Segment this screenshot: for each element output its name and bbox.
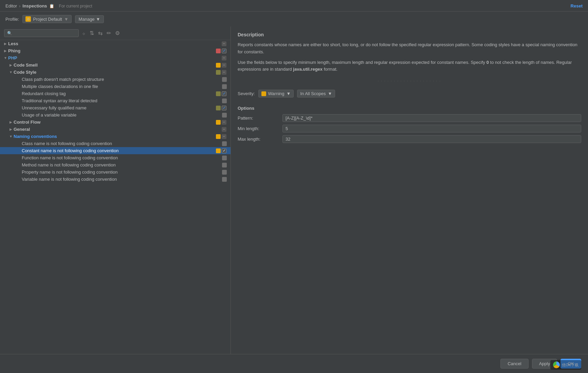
watermark: 优OK下载: [550, 360, 581, 370]
tree-item-control-flow[interactable]: ▶ Control Flow −: [0, 119, 231, 126]
max-length-input[interactable]: [282, 135, 581, 143]
minus-code-style[interactable]: −: [222, 70, 226, 75]
header-right: Reset: [571, 3, 583, 8]
expand-arrow-general: ▶: [8, 127, 14, 131]
tree-item-naming-conventions[interactable]: ▼ Naming conventions −: [0, 133, 231, 140]
tree-label-class-name-convention: Class name is not following coding conve…: [22, 141, 222, 146]
for-project-label: For current project: [59, 4, 92, 8]
reset-button[interactable]: Reset: [571, 3, 583, 8]
watermark-text: 优OK下载: [562, 362, 578, 368]
min-length-input[interactable]: [282, 125, 581, 132]
severity-variable-name-convention: [222, 177, 227, 182]
severity-value: Warning: [268, 91, 284, 96]
tree-item-variable-name-convention[interactable]: Variable name is not following coding co…: [0, 176, 231, 183]
severity-traditional-syntax: [222, 99, 227, 103]
tree-item-traditional-syntax[interactable]: Traditional syntax array literal detecte…: [0, 97, 231, 104]
desc-text2-end2: format.: [324, 67, 337, 72]
tree-label-class-path: Class path doesn't match project structu…: [22, 77, 222, 82]
severity-dropdown-arrow: ▼: [287, 91, 291, 96]
tree-item-property-name-convention[interactable]: Property name is not following coding co…: [0, 168, 231, 176]
tree-label-phing: Phing: [8, 48, 216, 53]
bottom-bar: Cancel Apply OK 优OK下载: [0, 354, 588, 373]
tree-item-less[interactable]: ▶ Less −: [0, 40, 231, 47]
check-redundant-closing[interactable]: [222, 91, 226, 96]
profile-label: Profile:: [5, 17, 19, 22]
tree-item-class-name-convention[interactable]: Class name is not following coding conve…: [0, 140, 231, 147]
main-content: 🔍 ⬦ ⇅ ⇆ ✏ ⚙ ▶ Less − ▶: [0, 26, 588, 354]
severity-multiple-classes: [222, 84, 227, 89]
max-length-label: Max length:: [238, 137, 278, 142]
min-length-label: Min length:: [238, 126, 278, 131]
severity-constant-name-convention: [216, 148, 221, 153]
severity-code-smell: [216, 63, 221, 68]
options-title: Options: [238, 106, 581, 111]
severity-naming-conventions: [216, 134, 221, 139]
tree-item-php[interactable]: ▼ PHP −: [0, 54, 231, 61]
severity-class-path: [222, 77, 227, 82]
expand-arrow-phing: ▶: [3, 49, 8, 53]
check-constant-name-convention[interactable]: [222, 148, 226, 153]
tree-item-variable-variable[interactable]: Usage of a variable variable: [0, 111, 231, 119]
minus-control-flow[interactable]: −: [222, 120, 226, 125]
cancel-button[interactable]: Cancel: [500, 359, 528, 369]
tree-item-function-name-convention[interactable]: Function name is not following coding co…: [0, 154, 231, 161]
severity-function-name-convention: [222, 156, 227, 160]
pattern-input[interactable]: [282, 114, 581, 122]
tree-item-phing[interactable]: ▶ Phing: [0, 47, 231, 54]
tree-label-general: General: [14, 127, 222, 132]
edit-icon[interactable]: ✏: [106, 29, 112, 37]
inspections-label: Inspections: [22, 3, 47, 8]
scope-dropdown[interactable]: In All Scopes ▼: [297, 90, 335, 97]
tree-item-unnecessary-fqn[interactable]: Unnecessary fully qualified name: [0, 104, 231, 111]
search-input[interactable]: [14, 31, 69, 36]
desc-code-0: 0: [486, 60, 489, 65]
tree-item-general[interactable]: ▶ General −: [0, 126, 231, 133]
tree-label-naming-conventions: Naming conventions: [14, 134, 216, 139]
severity-control-flow: [216, 120, 221, 125]
project-icon: 📋: [49, 4, 54, 8]
profile-name: Project Default: [33, 17, 62, 22]
tree-item-code-smell[interactable]: ▶ Code Smell −: [0, 61, 231, 69]
tree-item-method-name-convention[interactable]: Method name is not following coding conv…: [0, 161, 231, 168]
minus-code-smell[interactable]: −: [222, 63, 226, 68]
tree-label-unnecessary-fqn: Unnecessary fully qualified name: [22, 105, 216, 110]
minus-naming-conventions[interactable]: −: [222, 134, 226, 139]
toolbar-icons: ⬦ ⇅ ⇆ ✏ ⚙: [81, 29, 121, 37]
minus-php[interactable]: −: [222, 56, 226, 60]
tree-label-php: PHP: [8, 55, 222, 60]
tree-item-multiple-classes[interactable]: Multiple classes declarations in one fil…: [0, 83, 231, 90]
tree-item-redundant-closing[interactable]: Redundant closing tag: [0, 90, 231, 97]
search-toolbar: 🔍 ⬦ ⇅ ⇆ ✏ ⚙: [0, 26, 231, 40]
minus-less[interactable]: −: [222, 41, 226, 46]
severity-dropdown[interactable]: Warning ▼: [258, 90, 294, 97]
editor-label: Editor: [5, 3, 17, 8]
expand-arrow-control-flow: ▶: [8, 120, 14, 124]
pattern-label: Pattern:: [238, 116, 278, 121]
search-input-wrap[interactable]: 🔍: [4, 29, 79, 37]
options-grid: Pattern: Min length: Max length:: [238, 114, 581, 143]
tree-label-traditional-syntax: Traditional syntax array literal detecte…: [22, 98, 222, 103]
scope-dropdown-arrow: ▼: [328, 91, 332, 96]
severity-row: Severity: Warning ▼ In All Scopes ▼: [238, 90, 581, 97]
minus-general[interactable]: −: [222, 127, 226, 132]
desc-text2: Use the fields below to specify minimum …: [238, 60, 485, 65]
tree-item-class-path[interactable]: Class path doesn't match project structu…: [0, 76, 231, 83]
filter-icon[interactable]: ⬦: [81, 30, 86, 37]
tree-label-redundant-closing: Redundant closing tag: [22, 91, 216, 96]
collapse-all-icon[interactable]: ⇆: [97, 29, 103, 37]
settings-icon[interactable]: ⚙: [114, 29, 121, 37]
check-phing[interactable]: [222, 49, 226, 53]
tree-label-method-name-convention: Method name is not following coding conv…: [22, 162, 222, 167]
tree-label-control-flow: Control Flow: [14, 120, 216, 125]
check-unnecessary-fqn[interactable]: [222, 106, 226, 110]
tree-item-constant-name-convention[interactable]: Constant name is not following coding co…: [0, 147, 231, 154]
severity-variable-variable: [222, 113, 227, 118]
expand-arrow-less: ▶: [3, 42, 8, 46]
tree-item-code-style[interactable]: ▼ Code Style −: [0, 69, 231, 76]
search-icon: 🔍: [7, 31, 12, 36]
profile-dropdown-arrow: ▼: [64, 17, 69, 22]
profile-dropdown[interactable]: ⚙ Project Default ▼: [22, 15, 71, 23]
expand-all-icon[interactable]: ⇅: [89, 29, 95, 37]
header: Editor › Inspections 📋 For current proje…: [0, 0, 588, 12]
manage-button[interactable]: Manage ▼: [75, 15, 104, 23]
